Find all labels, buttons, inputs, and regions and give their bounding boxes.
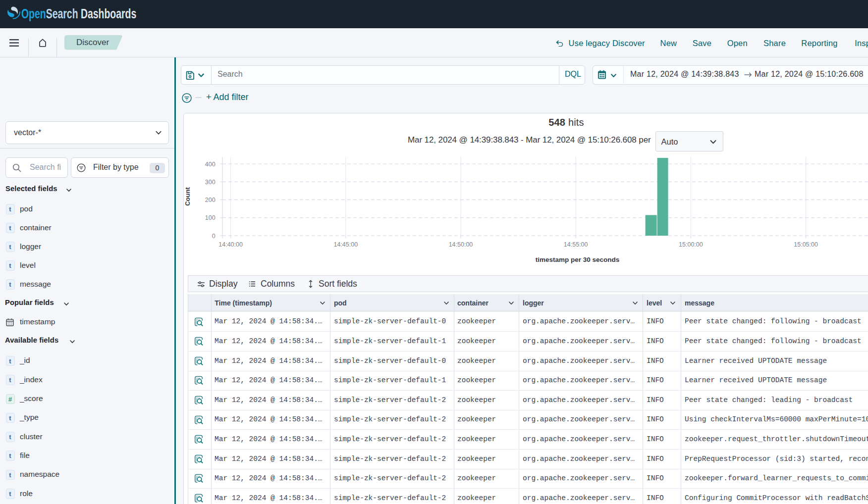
- svg-text:200: 200: [205, 197, 216, 203]
- svg-text:14:55:00: 14:55:00: [564, 241, 588, 248]
- svg-text:15:00:00: 15:00:00: [679, 241, 703, 248]
- svg-text:14:40:00: 14:40:00: [218, 241, 243, 248]
- svg-text:0: 0: [212, 233, 216, 240]
- svg-text:14:45:00: 14:45:00: [333, 241, 358, 248]
- svg-text:Count: Count: [184, 187, 191, 206]
- svg-text:timestamp per 30 seconds: timestamp per 30 seconds: [536, 256, 620, 263]
- svg-text:14:50:00: 14:50:00: [449, 241, 473, 248]
- svg-text:100: 100: [205, 214, 216, 221]
- svg-text:300: 300: [205, 179, 216, 186]
- svg-text:15:05:00: 15:05:00: [794, 241, 818, 248]
- svg-text:400: 400: [205, 161, 216, 168]
